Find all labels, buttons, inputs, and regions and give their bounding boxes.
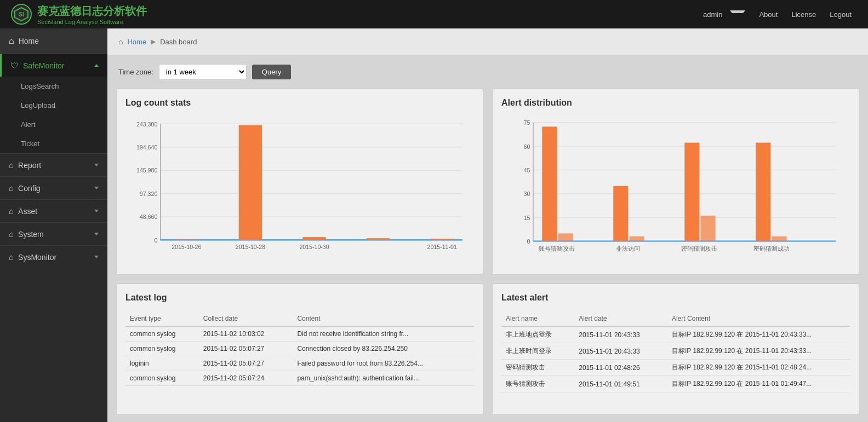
table-row: common syslog 2015-11-02 05:07:27 Connec…	[125, 342, 474, 356]
table-row: 非上班地点登录 2015-11-01 20:43:33 目标IP 182.92.…	[501, 326, 850, 343]
collect-date-cell: 2015-11-02 10:03:02	[199, 326, 293, 342]
svg-rect-44	[701, 216, 716, 241]
svg-text:2015-10-30: 2015-10-30	[299, 244, 329, 250]
svg-text:密码猜测攻击: 密码猜测攻击	[681, 245, 717, 252]
sidebar-item-config[interactable]: ⌂ Config	[0, 177, 107, 199]
brand: SI 赛克蓝德日志分析软件 Secisland Log Analyse Soft…	[11, 4, 147, 25]
sidebar-item-sysmonitor[interactable]: ⌂ SysMonitor	[0, 246, 107, 268]
config-label: Config	[18, 184, 40, 193]
sysmonitor-chevron	[94, 256, 99, 258]
safemonitor-section: 🛡 SafeMonitor LogsSearch LogUpload Alert…	[0, 54, 107, 153]
config-chevron	[94, 187, 99, 189]
svg-text:45: 45	[524, 167, 530, 174]
logout-link[interactable]: Logout	[824, 8, 857, 21]
alert-date-cell: 2015-11-01 02:48:26	[574, 360, 667, 376]
breadcrumb-home-link[interactable]: Home	[127, 38, 146, 46]
asset-chevron	[94, 210, 99, 212]
latest-alert-title: Latest alert	[501, 293, 850, 303]
alert-distribution-svg: 75 60 45 30 15 0	[501, 117, 850, 259]
sidebar-item-left: ⌂ System	[9, 229, 44, 239]
alert-content-cell: 目标IP 182.92.99.120 在 2015-11-01 20:43:33…	[667, 326, 850, 343]
system-chevron	[94, 233, 99, 235]
log-count-panel: Log count stats	[116, 89, 483, 275]
report-icon: ⌂	[9, 160, 14, 170]
report-section: ⌂ Report	[0, 153, 107, 176]
svg-text:2015-10-28: 2015-10-28	[236, 244, 265, 250]
svg-text:0: 0	[527, 238, 530, 245]
alert-content-cell: 目标IP 182.92.99.120 在 2015-11-01 01:49:47…	[667, 376, 850, 392]
timezone-label: Time zone:	[118, 68, 153, 76]
license-link[interactable]: License	[786, 8, 821, 21]
col-alert-date: Alert date	[574, 311, 667, 326]
sidebar-item-safemonitor[interactable]: 🛡 SafeMonitor	[0, 54, 107, 77]
content-cell: Did not receive identification string fr…	[293, 326, 474, 342]
sidebar-home[interactable]: ⌂ Home	[0, 28, 107, 54]
svg-rect-42	[630, 236, 644, 241]
admin-dropdown-arrow	[730, 10, 745, 19]
sidebar-item-left: ⌂ SysMonitor	[9, 252, 56, 262]
svg-text:0: 0	[154, 237, 157, 244]
log-count-svg: 243,300 194,640 145,980 97,320 48,660 0	[125, 117, 474, 259]
timezone-select[interactable]: in 1 week in 1 day in 1 month	[159, 64, 247, 80]
svg-text:60: 60	[524, 143, 530, 150]
svg-rect-19	[367, 238, 390, 240]
svg-text:48,660: 48,660	[140, 213, 158, 220]
table-row: common syslog 2015-11-02 05:07:24 pam_un…	[125, 371, 474, 386]
safemonitor-chevron	[94, 64, 99, 67]
system-label: System	[18, 230, 44, 239]
svg-text:145,980: 145,980	[136, 167, 157, 174]
alert-name-cell: 账号猜测攻击	[501, 376, 574, 392]
sidebar-subitem-alert[interactable]: Alert	[0, 115, 107, 134]
breadcrumb-home-icon: ⌂	[118, 37, 123, 46]
sidebar-subitem-logssearch[interactable]: LogsSearch	[0, 77, 107, 96]
sidebar-item-left: ⌂ Asset	[9, 206, 37, 216]
about-link[interactable]: About	[753, 8, 783, 21]
breadcrumb-current: Dash board	[160, 38, 197, 46]
collect-date-cell: 2015-11-02 05:07:27	[199, 342, 293, 356]
sidebar-subitem-logupload[interactable]: LogUpload	[0, 96, 107, 115]
collect-date-cell: 2015-11-02 05:07:24	[199, 371, 293, 386]
svg-rect-18	[302, 237, 326, 240]
system-icon: ⌂	[9, 229, 14, 239]
svg-text:15: 15	[524, 215, 530, 221]
admin-label: admin	[698, 8, 728, 21]
home-icon: ⌂	[9, 36, 14, 46]
topnav: SI 赛克蓝德日志分析软件 Secisland Log Analyse Soft…	[0, 0, 868, 28]
svg-text:密码猜测成功: 密码猜测成功	[754, 245, 790, 252]
col-alert-name: Alert name	[501, 311, 574, 326]
svg-text:243,300: 243,300	[136, 121, 157, 128]
col-alert-content: Alert Content	[667, 311, 850, 326]
sidebar-subitem-ticket[interactable]: Ticket	[0, 134, 107, 153]
system-section: ⌂ System	[0, 222, 107, 245]
alert-content-cell: 目标IP 182.92.99.120 在 2015-11-01 20:43:33…	[667, 343, 850, 360]
safemonitor-label: SafeMonitor	[23, 61, 64, 70]
query-button[interactable]: Query	[252, 65, 291, 79]
sidebar-item-system[interactable]: ⌂ System	[0, 223, 107, 245]
main-content: ⌂ Home ▶ Dash board Time zone: in 1 week…	[107, 28, 868, 422]
latest-alert-table: Alert name Alert date Alert Content 非上班地…	[501, 311, 850, 392]
breadcrumb-separator: ▶	[151, 38, 156, 45]
content-cell: Failed password for root from 83.226.254…	[293, 356, 474, 371]
content-cell: pam_unix(sshd:auth): authentication fail…	[293, 371, 474, 386]
alert-content-cell: 目标IP 182.92.99.120 在 2015-11-01 02:48:24…	[667, 360, 850, 376]
sidebar-item-left: ⌂ Config	[9, 183, 41, 193]
alert-name-cell: 密码猜测攻击	[501, 360, 574, 376]
svg-rect-43	[684, 143, 699, 241]
alert-distribution-title: Alert distribution	[501, 98, 850, 108]
event-type-cell: loginin	[125, 356, 199, 371]
svg-text:2015-10-26: 2015-10-26	[172, 244, 201, 250]
sidebar-item-report[interactable]: ⌂ Report	[0, 154, 107, 176]
alert-date-cell: 2015-11-01 01:49:51	[574, 376, 667, 392]
table-row: loginin 2015-11-02 05:07:27 Failed passw…	[125, 356, 474, 371]
table-row: 密码猜测攻击 2015-11-01 02:48:26 目标IP 182.92.9…	[501, 360, 850, 376]
sidebar-home-label: Home	[19, 37, 39, 45]
col-event-type: Event type	[125, 311, 199, 326]
asset-label: Asset	[18, 207, 37, 216]
event-type-cell: common syslog	[125, 342, 199, 356]
col-collect-date: Collect date	[199, 311, 293, 326]
table-row: 非上班时间登录 2015-11-01 20:43:33 目标IP 182.92.…	[501, 343, 850, 360]
safemonitor-icon: 🛡	[10, 61, 19, 70]
admin-dropdown[interactable]: admin	[692, 5, 751, 24]
svg-text:SI: SI	[19, 11, 24, 18]
sidebar-item-asset[interactable]: ⌂ Asset	[0, 200, 107, 222]
